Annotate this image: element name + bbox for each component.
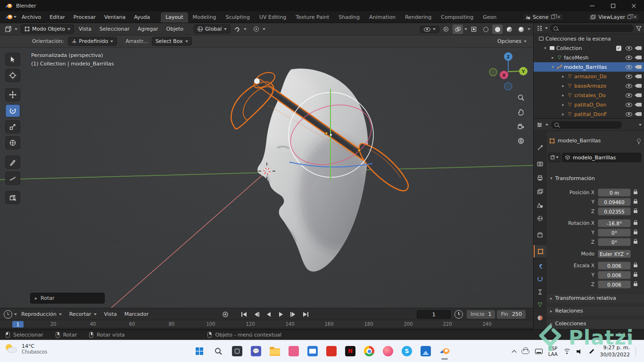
photos-app-icon[interactable] (420, 345, 432, 357)
position-z-field[interactable]: 0.02355 (598, 207, 631, 215)
filter-icon[interactable] (636, 26, 642, 31)
volume-icon[interactable] (577, 349, 583, 354)
tab-physics[interactable] (534, 272, 546, 285)
tool-add-primitive[interactable] (5, 191, 20, 204)
minimize-button[interactable] (582, 0, 603, 11)
outliner-row-patitad[interactable]: ▸ ▽ patitaD_Don (534, 100, 644, 109)
tool-scale[interactable] (5, 120, 20, 133)
outliner-row-patitai[interactable]: ▸ ▽ patital_DonF (534, 109, 644, 119)
lock-icon[interactable] (634, 199, 637, 205)
outliner-row-modelo-barrillas[interactable]: ▾ modelo_Barrillas (534, 62, 644, 72)
properties-options-chevron-icon[interactable] (639, 124, 642, 126)
pink-circle-app-icon[interactable] (382, 345, 394, 357)
hide-eye-icon[interactable] (626, 84, 632, 88)
blender-menu-logo-icon[interactable] (5, 14, 13, 20)
expand-icon[interactable]: ▸ (560, 74, 566, 79)
snap-chevron-icon[interactable] (244, 28, 247, 30)
file-explorer-icon[interactable] (269, 345, 281, 357)
tab-animation[interactable]: Animation (364, 12, 400, 23)
camera-view-icon[interactable] (515, 121, 527, 133)
taskbar-weather[interactable]: 14°C Chubascos (5, 343, 47, 354)
clock[interactable]: 9:27 p. m. 30/03/2022 (600, 345, 630, 359)
expand-icon[interactable]: ▸ (560, 102, 566, 107)
tool-cursor[interactable] (5, 69, 20, 82)
menu-agregar[interactable]: Agregar (134, 26, 162, 32)
rotation-z-field[interactable]: 0° (598, 238, 631, 246)
netflix-icon[interactable]: N (344, 345, 356, 357)
notification-button[interactable] (636, 347, 639, 356)
expand-icon[interactable]: ▸ (560, 93, 566, 98)
start-button[interactable] (193, 345, 206, 357)
auto-key-icon[interactable] (221, 310, 230, 319)
outliner-row-armazon[interactable]: ▸ ▽ armazon_Do (534, 72, 644, 81)
tool-annotate[interactable] (5, 156, 20, 169)
skype-icon[interactable]: S (401, 345, 413, 357)
viewlayer-selector[interactable]: ViewLayer (587, 13, 640, 21)
jump-to-start-icon[interactable] (239, 310, 249, 319)
tool-move[interactable] (5, 88, 20, 101)
hide-eye-icon[interactable] (626, 112, 632, 116)
expand-icon[interactable]: ▸ (560, 112, 566, 116)
outliner-row-scene-collection[interactable]: Colecciones de la escena (534, 34, 644, 43)
lock-icon[interactable] (634, 263, 637, 269)
rotation-x-field[interactable]: -16.8° (598, 219, 631, 227)
rotation-mode-dropdown[interactable]: Euler XYZ (598, 250, 631, 258)
menu-seleccionar[interactable]: Seleccionar (96, 26, 133, 32)
red-app-icon[interactable] (325, 345, 338, 357)
tab-rendering[interactable]: Rendering (400, 12, 436, 23)
delta-transform-section[interactable]: Transformación relativa (546, 293, 644, 303)
scale-z-field[interactable]: 0.006 (598, 280, 631, 288)
render-camera-icon[interactable] (636, 56, 642, 59)
hide-eye-icon[interactable] (626, 65, 632, 69)
snap-magnet-icon[interactable] (232, 25, 242, 34)
outliner-display-icon[interactable] (537, 25, 543, 31)
lock-icon[interactable] (634, 239, 637, 245)
hide-eye-icon[interactable] (626, 74, 632, 79)
axis-z-label[interactable]: Z (507, 55, 510, 59)
zoom-icon[interactable] (515, 91, 527, 104)
position-y-field[interactable]: 0.09460 (598, 198, 631, 206)
tab-render[interactable] (534, 157, 546, 170)
outliner-row-cristales[interactable]: ▸ ▽ cristales_Do (534, 90, 644, 100)
tab-tool[interactable] (534, 141, 546, 154)
orientation-preset-dropdown[interactable]: Predefinido (68, 37, 117, 46)
onedrive-icon[interactable] (521, 349, 529, 354)
outliner-row-facemesh[interactable]: ▸ ▽ faceMesh (534, 53, 644, 62)
menu-procesar[interactable]: Procesar (69, 11, 100, 23)
tab-collection-props[interactable] (534, 229, 546, 241)
scene-selector[interactable]: Scene (522, 13, 564, 21)
teams-icon[interactable]: 💬 (250, 345, 262, 357)
outliner-row-collection[interactable]: ▾ Collection (534, 43, 644, 53)
collections-section[interactable]: Colecciones (546, 319, 644, 328)
shading-solid-icon[interactable] (492, 25, 503, 34)
render-camera-icon[interactable] (636, 112, 642, 116)
editor-type-chevron-icon[interactable] (15, 28, 17, 30)
blender-taskbar-icon[interactable] (438, 345, 451, 357)
play-reverse-icon[interactable] (264, 310, 273, 319)
editor-type-icon[interactable] (3, 25, 13, 34)
lock-icon[interactable] (634, 220, 637, 226)
rotation-y-field[interactable]: 0° (598, 229, 631, 237)
remove-viewlayer-icon[interactable] (634, 15, 637, 19)
maximize-button[interactable] (603, 0, 623, 11)
task-view-button[interactable] (231, 345, 243, 357)
properties-editor-icon[interactable] (537, 122, 543, 128)
close-button[interactable] (623, 0, 644, 11)
wifi-icon[interactable] (563, 349, 571, 354)
properties-editor-chevron-icon[interactable] (545, 124, 548, 126)
render-camera-icon[interactable] (636, 103, 642, 107)
menu-archivo[interactable]: Archivo (17, 11, 45, 23)
tab-modifiers[interactable] (534, 259, 546, 272)
expand-icon[interactable]: ▾ (542, 46, 548, 50)
menu-vista[interactable]: Vista (75, 26, 95, 32)
render-camera-icon[interactable] (636, 65, 642, 69)
app-menu-chevron-icon[interactable] (14, 16, 17, 18)
hide-eye-icon[interactable] (626, 46, 632, 50)
timeline-editor-icon[interactable] (3, 310, 13, 319)
tab-scene[interactable] (534, 199, 546, 211)
playback-menu[interactable]: Reproducción (18, 311, 65, 317)
tab-sculpting[interactable]: Sculpting (221, 12, 255, 23)
options-dropdown[interactable]: Opciones (497, 38, 527, 44)
pan-hand-icon[interactable] (515, 106, 527, 118)
hide-eye-icon[interactable] (626, 56, 632, 60)
